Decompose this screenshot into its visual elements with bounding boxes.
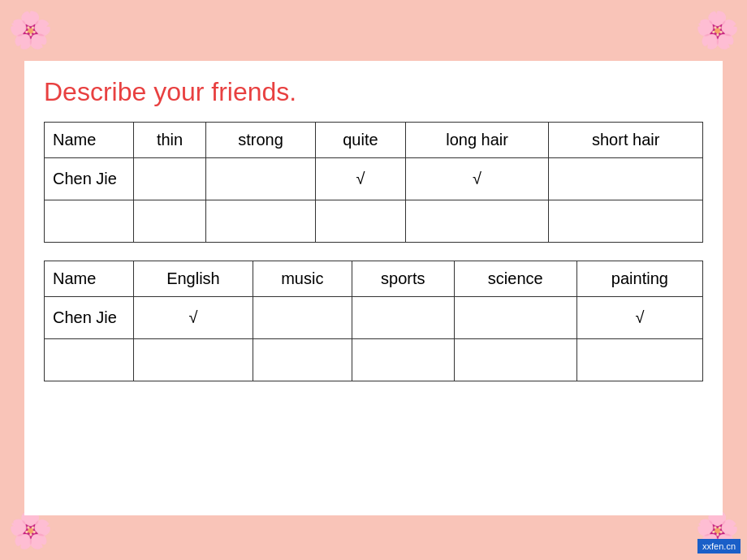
table1-r1-strong [206, 158, 316, 200]
page-title: Describe your friends. [44, 77, 703, 107]
table1-r2-longhair [405, 200, 549, 243]
table2-col-name: Name [45, 261, 134, 297]
corner-flower-tl: 🌸 [2, 2, 58, 58]
table2-r1-music [253, 297, 352, 339]
table2-r2-music [253, 339, 352, 381]
table-subjects: Name English music sports science painti… [44, 261, 703, 381]
table2-r2-painting [576, 339, 702, 381]
table1-row-2 [45, 200, 703, 243]
table1-r2-shorthair [549, 200, 703, 243]
corner-flower-tr: 🌸 [689, 2, 745, 58]
table2-row-1: Chen Jie √ √ [45, 297, 703, 339]
table2-r2-sports [352, 339, 454, 381]
table2-col-painting: painting [576, 261, 702, 297]
table1-r1-name: Chen Jie [45, 158, 134, 200]
table1-r2-thin [134, 200, 206, 243]
main-content: Describe your friends. Name thin strong … [24, 61, 723, 515]
table1-r1-shorthair [549, 158, 703, 200]
table1-r2-name [45, 200, 134, 243]
table1-r2-strong [206, 200, 316, 243]
table1-col-thin: thin [134, 123, 206, 158]
table1-col-shorthair: short hair [549, 123, 703, 158]
table2-r1-sports [352, 297, 454, 339]
table1-r1-quite: √ [315, 158, 405, 200]
table2-row-2 [45, 339, 703, 381]
table1-r1-longhair: √ [405, 158, 549, 200]
table2-r2-science [454, 339, 576, 381]
table2-col-music: music [253, 261, 352, 297]
table1-r2-quite [315, 200, 405, 243]
table2-col-english: English [134, 261, 253, 297]
table2-col-sports: sports [352, 261, 454, 297]
table1-header-row: Name thin strong quite long hair short h… [45, 123, 703, 158]
table1-col-name: Name [45, 123, 134, 158]
table2-col-science: science [454, 261, 576, 297]
table2-r2-name [45, 339, 134, 381]
table2-r1-science [454, 297, 576, 339]
table1-col-strong: strong [206, 123, 316, 158]
watermark: xxfen.cn [697, 539, 741, 554]
table2-r2-english [134, 339, 253, 381]
table1-r1-thin [134, 158, 206, 200]
table1-col-quite: quite [315, 123, 405, 158]
table2-r1-english: √ [134, 297, 253, 339]
table2-header-row: Name English music sports science painti… [45, 261, 703, 297]
table1-col-longhair: long hair [405, 123, 549, 158]
table2-r1-name: Chen Jie [45, 297, 134, 339]
table1-row-1: Chen Jie √ √ [45, 158, 703, 200]
table2-r1-painting: √ [576, 297, 702, 339]
table-physical: Name thin strong quite long hair short h… [44, 122, 703, 243]
